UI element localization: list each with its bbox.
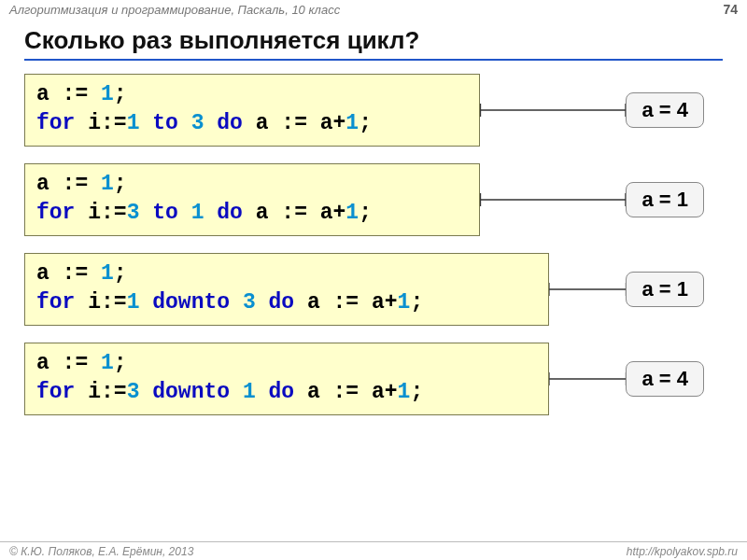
code-row-4: a := 1;for i:=3 downto 1 do a := a+1;a =… bbox=[24, 343, 723, 415]
code-row-2: a := 1;for i:=3 to 1 do a := a+1;a = 1 bbox=[24, 163, 723, 236]
code-box-1: a := 1;for i:=1 to 3 do a := a+1; bbox=[24, 74, 480, 147]
code-line-2: for i:=1 to 3 do a := a+1; bbox=[36, 109, 468, 138]
footer-authors: © К.Ю. Поляков, Е.А. Ерёмин, 2013 bbox=[9, 545, 193, 558]
connector-1 bbox=[480, 102, 626, 119]
answer-box-2: a = 1 bbox=[626, 182, 704, 217]
code-row-1: a := 1;for i:=1 to 3 do a := a+1;a = 4 bbox=[24, 74, 723, 147]
code-line-1: a := 1; bbox=[36, 80, 468, 109]
header-subject: Алгоритмизация и программирование, Паска… bbox=[9, 3, 340, 17]
code-row-3: a := 1;for i:=1 downto 3 do a := a+1;a =… bbox=[24, 253, 723, 326]
code-line-2: for i:=3 to 1 do a := a+1; bbox=[36, 199, 468, 228]
code-line-2: for i:=3 downto 1 do a := a+1; bbox=[36, 378, 537, 407]
code-box-2: a := 1;for i:=3 to 1 do a := a+1; bbox=[24, 163, 480, 236]
code-line-1: a := 1; bbox=[36, 170, 468, 199]
connector-3 bbox=[549, 281, 626, 298]
code-box-4: a := 1;for i:=3 downto 1 do a := a+1; bbox=[24, 343, 549, 415]
slide-title: Сколько раз выполняется цикл? bbox=[24, 26, 723, 61]
page-number: 74 bbox=[723, 2, 738, 17]
code-line-1: a := 1; bbox=[36, 349, 537, 378]
footer-url: http://kpolyakov.spb.ru bbox=[627, 545, 738, 558]
slide-content: Сколько раз выполняется цикл? a := 1;for… bbox=[0, 19, 747, 415]
code-box-3: a := 1;for i:=1 downto 3 do a := a+1; bbox=[24, 253, 549, 326]
answer-box-3: a = 1 bbox=[626, 272, 704, 307]
connector-4 bbox=[549, 371, 626, 387]
footer-bar: © К.Ю. Поляков, Е.А. Ерёмин, 2013 http:/… bbox=[0, 541, 747, 560]
answer-box-4: a = 4 bbox=[626, 361, 704, 397]
header-bar: Алгоритмизация и программирование, Паска… bbox=[0, 0, 747, 19]
code-line-2: for i:=1 downto 3 do a := a+1; bbox=[36, 288, 537, 317]
code-line-1: a := 1; bbox=[36, 259, 537, 288]
connector-2 bbox=[480, 191, 626, 208]
answer-box-1: a = 4 bbox=[626, 92, 704, 128]
